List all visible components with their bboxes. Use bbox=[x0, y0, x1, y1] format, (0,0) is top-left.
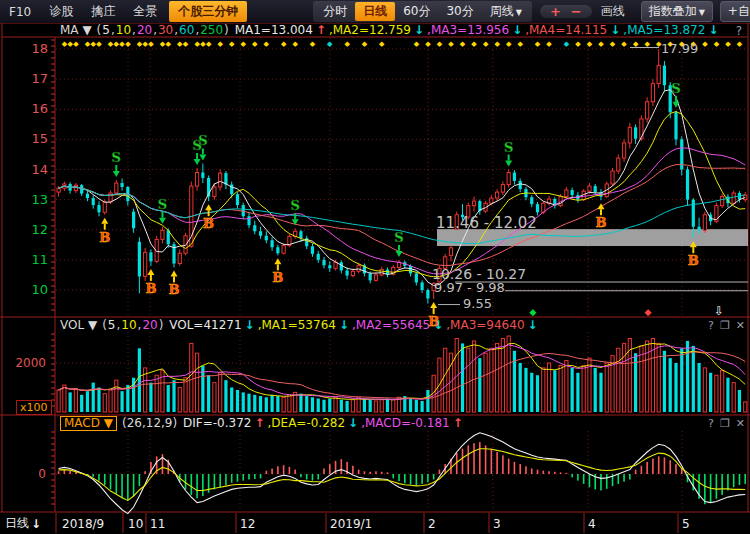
volume-bar bbox=[311, 397, 314, 412]
volume-bar bbox=[317, 399, 320, 412]
indicator-value: ,MA1=53764 bbox=[258, 319, 336, 332]
signal-diamond-icon: ◆ bbox=[725, 40, 731, 48]
ma-dropdown[interactable]: MA ▼ bbox=[60, 24, 92, 37]
volume-bar bbox=[461, 343, 464, 412]
volume-bar bbox=[213, 383, 216, 412]
signal-diamond-icon: ◆ bbox=[437, 40, 443, 48]
macd-hist-bar bbox=[254, 474, 256, 479]
price-annotation: 11.46 - 12.02 bbox=[436, 214, 537, 232]
candle-body bbox=[132, 212, 135, 229]
tab-60min[interactable]: 60分 bbox=[395, 2, 438, 21]
macd-zero-label: 0 bbox=[38, 467, 46, 481]
candle-body bbox=[178, 253, 181, 263]
tab-weekly[interactable]: 周线▼ bbox=[482, 2, 530, 21]
volume-bar bbox=[346, 401, 349, 412]
volume-bar bbox=[57, 390, 60, 412]
close-icon[interactable]: ✕ bbox=[736, 319, 745, 332]
macd-hist-bar bbox=[427, 474, 429, 482]
signal-diamond-icon: ◆ bbox=[148, 40, 154, 48]
macd-hist-bar bbox=[496, 452, 498, 474]
macd-hist-bar bbox=[398, 474, 400, 481]
volume-bar bbox=[553, 370, 556, 412]
macd-dropdown[interactable]: MACD ▼ bbox=[60, 416, 117, 431]
date-tick-label: 4 bbox=[588, 517, 596, 531]
tab-minute[interactable]: 分时 bbox=[315, 2, 355, 21]
stock-3min-button[interactable]: 个股三分钟 bbox=[169, 1, 247, 22]
macd-hist-bar bbox=[248, 474, 250, 480]
diagnose-button[interactable]: 诊股 bbox=[40, 3, 82, 20]
candle-body bbox=[247, 216, 250, 225]
candle-body bbox=[674, 112, 677, 139]
zoom-in-button[interactable]: + bbox=[550, 6, 561, 17]
candle-body bbox=[622, 143, 625, 158]
candle-body bbox=[496, 192, 499, 198]
macd-hist-bar bbox=[121, 474, 123, 498]
candle-body bbox=[519, 181, 522, 189]
volume-bar bbox=[86, 391, 89, 412]
sell-marker: S bbox=[112, 150, 121, 165]
volume-bar bbox=[426, 390, 429, 412]
chart-canvas[interactable]: 18171615141312111020000◆◆◆◆◆◆◆◆◆◆◆◆◆◆◆◆◆… bbox=[0, 0, 750, 534]
volume-bar bbox=[571, 368, 574, 412]
volume-bar bbox=[386, 399, 389, 412]
macd-hist-bar bbox=[502, 455, 504, 474]
help-icon[interactable]: ? bbox=[736, 24, 742, 38]
date-tick-label: 3 bbox=[493, 517, 501, 531]
banker-button[interactable]: 擒庄 bbox=[82, 3, 124, 20]
period-indicator-cell[interactable]: 日线↓ bbox=[0, 513, 55, 534]
top-toolbar: F10 诊股 擒庄 全景 个股三分钟 分时 日线 60分 30分 周线▼ + −… bbox=[0, 0, 750, 23]
ma-indicator-bar: MA ▼(5,10,20,30,60,250) MA1=13.004↑,MA2=… bbox=[60, 24, 720, 37]
volume-bar bbox=[103, 394, 106, 412]
price-tick-label: 15 bbox=[31, 131, 48, 146]
toolbar-right: 画线 指数叠加▼ +自选▼ ▸▏ bbox=[592, 1, 750, 22]
macd-hist-bar bbox=[629, 474, 631, 480]
volume-bar bbox=[490, 348, 493, 412]
date-tick-label: 5 bbox=[682, 517, 690, 531]
tab-30min[interactable]: 30分 bbox=[438, 2, 481, 21]
f10-button[interactable]: F10 bbox=[0, 5, 40, 19]
macd-hist-bar bbox=[323, 469, 325, 475]
indicator-param: 10 bbox=[121, 319, 136, 332]
volume-bar bbox=[409, 399, 412, 412]
macd-hist-bar bbox=[566, 473, 568, 474]
indicator-param: , bbox=[174, 24, 178, 37]
up-arrow-icon: ↑ bbox=[453, 417, 463, 430]
help-icon[interactable]: ? bbox=[708, 319, 714, 332]
panorama-button[interactable]: 全景 bbox=[124, 3, 166, 20]
macd-hist-bar bbox=[554, 472, 556, 474]
tab-daily[interactable]: 日线 bbox=[355, 2, 395, 21]
add-watchlist-button[interactable]: +自选▼ bbox=[720, 1, 750, 22]
candle-body bbox=[530, 197, 533, 204]
maximize-icon[interactable]: ❐ bbox=[720, 417, 730, 430]
volume-bar bbox=[178, 388, 181, 413]
price-tick-label: 16 bbox=[31, 101, 48, 116]
macd-hist-bar bbox=[421, 474, 423, 484]
draw-line-button[interactable]: 画线 bbox=[592, 3, 634, 20]
volume-bar bbox=[172, 380, 175, 412]
volume-bar bbox=[259, 396, 262, 412]
signal-diamond-icon: ◆ bbox=[471, 40, 477, 48]
price-tick-label: 17 bbox=[31, 71, 48, 86]
macd-hist-bar bbox=[514, 462, 516, 474]
macd-hist-bar bbox=[462, 449, 464, 474]
maximize-icon[interactable]: ❐ bbox=[720, 319, 730, 332]
candle-body bbox=[259, 231, 262, 236]
close-icon[interactable]: ✕ bbox=[736, 417, 745, 430]
candle-body bbox=[513, 173, 516, 181]
index-overlay-button[interactable]: 指数叠加▼ bbox=[641, 1, 713, 22]
macd-hist-bar bbox=[669, 460, 671, 474]
macd-hist-bar bbox=[231, 474, 233, 483]
help-icon[interactable]: ? bbox=[708, 417, 714, 430]
volume-bar bbox=[576, 373, 579, 412]
zoom-out-button[interactable]: − bbox=[571, 6, 582, 17]
macd-hist-bar bbox=[306, 474, 308, 480]
date-tick-label: 2019/1 bbox=[330, 517, 372, 531]
vol-dropdown[interactable]: VOL ▼ bbox=[60, 319, 97, 332]
signal-diamond-icon: ◆ bbox=[310, 40, 316, 48]
signal-diamond-icon: ◆ bbox=[598, 40, 604, 48]
volume-bar bbox=[709, 373, 712, 412]
volume-bar bbox=[501, 339, 504, 413]
signal-diamond-icon: ◆ bbox=[206, 40, 212, 48]
candle-body bbox=[703, 215, 706, 231]
signal-diamond-icon: ◆ bbox=[281, 40, 287, 48]
